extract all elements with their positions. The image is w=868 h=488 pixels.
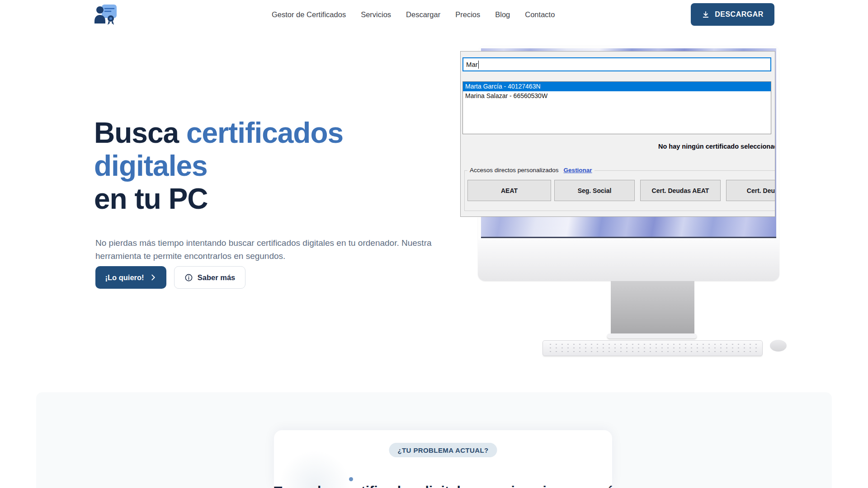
- download-icon: [702, 10, 710, 19]
- shortcuts-label: Accesos directos personalizados: [470, 167, 559, 174]
- nav-item-blog[interactable]: Blog: [495, 10, 510, 19]
- hero-title: Busca certificados digitales en tu PC: [94, 117, 343, 216]
- imac-chin: [478, 239, 779, 281]
- nav-item-servicios[interactable]: Servicios: [361, 10, 391, 19]
- info-icon: [184, 273, 193, 282]
- hero-title-blue2: digitales: [94, 150, 208, 182]
- cta-lo-quiero-button[interactable]: ¡Lo quiero!: [95, 266, 166, 289]
- cta-primary-label: ¡Lo quiero!: [105, 273, 144, 282]
- hero-title-blue1: certificados: [186, 117, 343, 149]
- keyboard: [542, 340, 763, 356]
- keyboard-keys: [547, 343, 758, 353]
- list-item-selected[interactable]: Marta García - 40127463N: [463, 82, 771, 91]
- landing-page: Gestor de Certificados Servicios Descarg…: [0, 0, 868, 488]
- shortcuts-groupbox-header: Accesos directos personalizados Gestiona…: [467, 167, 594, 174]
- shortcut-button-aeat[interactable]: AEAT: [467, 180, 551, 201]
- manage-shortcuts-link[interactable]: Gestionar: [564, 167, 592, 174]
- imac-stand-base: [607, 333, 697, 338]
- shortcut-button-cert-deudas[interactable]: Cert. Deudas: [726, 180, 775, 201]
- cta-saber-mas-button[interactable]: Saber más: [174, 266, 245, 289]
- hero-title-dark2: en tu PC: [94, 183, 208, 215]
- problem-section: ¿TU PROBLEMA ACTUAL? Tengo los certifica…: [36, 392, 832, 488]
- certificate-search-input[interactable]: Mar: [462, 57, 771, 71]
- list-item[interactable]: Marina Salazar - 66560530W: [463, 91, 771, 101]
- logo[interactable]: [94, 4, 118, 25]
- cta-secondary-label: Saber más: [198, 273, 235, 282]
- chevron-right-icon: [150, 274, 157, 281]
- nav-item-precios[interactable]: Precios: [455, 10, 480, 19]
- decorative-blob: [278, 450, 351, 488]
- hero-title-dark1: Busca: [94, 117, 179, 149]
- certificate-manager-window: Mar Marta García - 40127463N Marina Sala…: [460, 51, 775, 217]
- decorative-dot: [349, 477, 353, 481]
- person-certificate-icon: [94, 4, 118, 25]
- nav-item-descargar[interactable]: Descargar: [406, 10, 440, 19]
- shortcut-button-cert-deudas-aeat[interactable]: Cert. Deudas AEAT: [640, 180, 721, 201]
- shortcuts-groupbox: Accesos directos personalizados Gestiona…: [464, 170, 775, 211]
- nav-item-contacto[interactable]: Contacto: [525, 10, 555, 19]
- text-caret: [478, 61, 479, 69]
- nav-item-gestor[interactable]: Gestor de Certificados: [272, 10, 346, 19]
- problem-heading-clipped: Tengo los certificados digitales en mi e…: [274, 483, 612, 488]
- no-certificate-status: No hay ningún certificado seleccionado: [658, 143, 775, 150]
- imac-stand: [611, 281, 694, 334]
- certificate-results-list: Marta García - 40127463N Marina Salazar …: [462, 81, 771, 134]
- shortcut-button-seg-social[interactable]: Seg. Social: [554, 180, 635, 201]
- problem-card: ¿TU PROBLEMA ACTUAL? Tengo los certifica…: [274, 430, 612, 488]
- download-button-label: DESCARGAR: [715, 10, 764, 19]
- search-input-value: Mar: [466, 61, 478, 68]
- main-nav: Gestor de Certificados Servicios Descarg…: [272, 0, 555, 29]
- hero-visual: Mar Marta García - 40127463N Marina Sala…: [459, 41, 788, 362]
- mouse: [770, 340, 787, 352]
- hero-subtitle: No pierdas más tiempo intentando buscar …: [95, 236, 446, 263]
- problem-badge: ¿TU PROBLEMA ACTUAL?: [389, 443, 497, 457]
- top-navbar: Gestor de Certificados Servicios Descarg…: [0, 0, 868, 29]
- download-button[interactable]: DESCARGAR: [691, 3, 774, 26]
